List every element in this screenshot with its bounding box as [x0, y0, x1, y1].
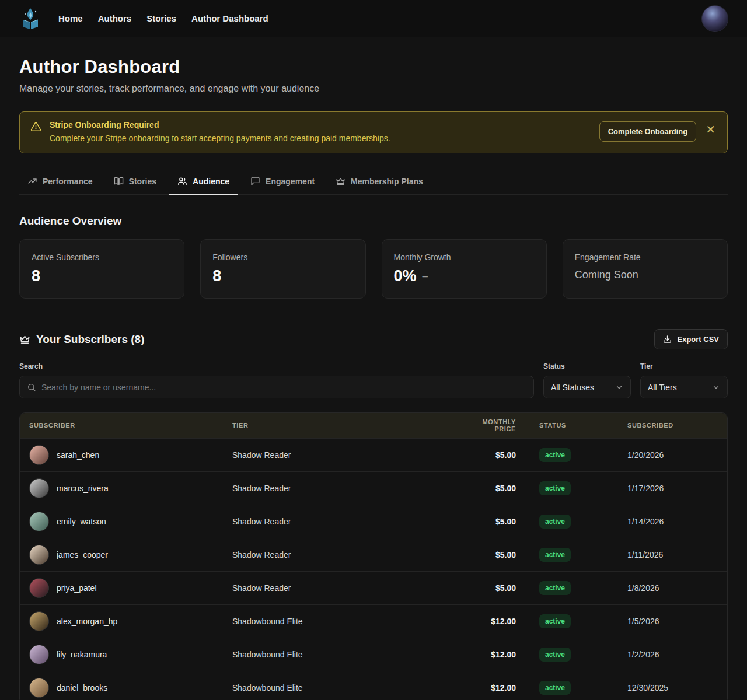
subscriber-tier: Shadow Reader: [228, 438, 456, 471]
status-select-value: All Statuses: [551, 383, 594, 392]
subscribers-header: Your Subscribers (8) Export CSV: [19, 329, 728, 349]
col-tier: TIER: [228, 413, 456, 438]
overview-cards: Active Subscribers 8 Followers 8 Monthly…: [19, 239, 728, 299]
subscribers-table: SUBSCRIBER TIER MONTHLY PRICE STATUS SUB…: [19, 412, 728, 700]
status-select[interactable]: All Statuses: [543, 376, 631, 398]
card-label: Followers: [212, 253, 353, 262]
tab-membership-plans[interactable]: Membership Plans: [327, 170, 431, 195]
growth-value: 0%: [394, 267, 417, 285]
subscriber-tier: Shadowbound Elite: [228, 638, 456, 671]
banner-title: Stripe Onboarding Required: [50, 120, 599, 130]
warning-icon: [30, 121, 41, 132]
table-row[interactable]: priya_patel Shadow Reader $5.00 active 1…: [20, 571, 728, 604]
subscriber-username: emily_watson: [57, 517, 106, 526]
subscriber-date: 1/17/2026: [606, 471, 728, 505]
subscriber-username: lily_nakamura: [57, 650, 107, 659]
nav-item-stories[interactable]: Stories: [146, 13, 176, 23]
subscriber-price: $5.00: [456, 471, 521, 505]
table-row[interactable]: sarah_chen Shadow Reader $5.00 active 1/…: [20, 438, 728, 471]
subscriber-username: sarah_chen: [57, 450, 99, 460]
subscriber-filters: Search Status All Statuses Tier All Tier…: [19, 362, 728, 398]
tier-select[interactable]: All Tiers: [640, 376, 728, 398]
dashboard-tabs: Performance Stories Audience Engagement …: [19, 170, 728, 195]
table-row[interactable]: daniel_brooks Shadowbound Elite $12.00 a…: [20, 671, 728, 700]
tab-audience[interactable]: Audience: [169, 170, 238, 195]
tab-label: Membership Plans: [351, 177, 423, 186]
avatar[interactable]: [701, 5, 728, 32]
nav-links: Home Authors Stories Author Dashboard: [58, 13, 268, 23]
status-badge: active: [539, 681, 571, 695]
card-value: Coming Soon: [575, 269, 715, 281]
subscriber-username: priya_patel: [57, 583, 97, 593]
subscriber-tier: Shadowbound Elite: [228, 604, 456, 638]
status-badge: active: [539, 581, 571, 595]
subscriber-date: 1/11/2026: [606, 538, 728, 571]
table-row[interactable]: marcus_rivera Shadow Reader $5.00 active…: [20, 471, 728, 505]
subscriber-username: james_cooper: [57, 550, 108, 559]
search-input[interactable]: [41, 383, 526, 392]
status-badge: active: [539, 514, 571, 528]
card-value: 8: [32, 267, 172, 285]
subscriber-price: $12.00: [456, 638, 521, 671]
table-row[interactable]: alex_morgan_hp Shadowbound Elite $12.00 …: [20, 604, 728, 638]
complete-onboarding-button[interactable]: Complete Onboarding: [599, 121, 697, 142]
tier-select-value: All Tiers: [648, 383, 677, 392]
card-active-subscribers: Active Subscribers 8: [19, 239, 184, 299]
table-header-row: SUBSCRIBER TIER MONTHLY PRICE STATUS SUB…: [20, 413, 728, 438]
export-csv-button[interactable]: Export CSV: [654, 329, 728, 349]
close-icon[interactable]: ✕: [706, 124, 715, 135]
subscriber-tier: Shadow Reader: [228, 538, 456, 571]
download-icon: [663, 335, 672, 344]
users-icon: [177, 176, 187, 186]
export-csv-label: Export CSV: [677, 335, 719, 344]
page-title: Author Dashboard: [19, 57, 728, 78]
book-flame-icon[interactable]: [19, 6, 42, 32]
tab-stories[interactable]: Stories: [106, 170, 165, 195]
search-icon: [27, 383, 36, 392]
subscriber-avatar: [29, 578, 49, 598]
audience-overview-heading: Audience Overview: [19, 215, 728, 228]
tab-engagement[interactable]: Engagement: [242, 170, 323, 195]
subscriber-username: marcus_rivera: [57, 484, 109, 493]
subscriber-date: 1/8/2026: [606, 571, 728, 604]
col-status: STATUS: [521, 413, 606, 438]
subscriber-tier: Shadow Reader: [228, 471, 456, 505]
tab-label: Stories: [129, 177, 156, 186]
subscriber-avatar: [29, 611, 49, 631]
status-badge: active: [539, 648, 571, 662]
card-label: Active Subscribers: [32, 253, 172, 262]
col-subscriber: SUBSCRIBER: [20, 413, 228, 438]
tab-label: Audience: [193, 177, 229, 186]
subscriber-username: daniel_brooks: [57, 683, 107, 692]
subscriber-avatar: [29, 645, 49, 664]
table-row[interactable]: lily_nakamura Shadowbound Elite $12.00 a…: [20, 638, 728, 671]
subscriber-tier: Shadowbound Elite: [228, 671, 456, 700]
status-badge: active: [539, 548, 571, 562]
subscriber-date: 1/2/2026: [606, 638, 728, 671]
card-value: 8: [212, 267, 353, 285]
nav-item-home[interactable]: Home: [58, 13, 83, 23]
nav-item-author-dashboard[interactable]: Author Dashboard: [191, 13, 268, 23]
subscriber-price: $5.00: [456, 438, 521, 471]
subscriber-price: $5.00: [456, 538, 521, 571]
status-badge: active: [539, 481, 571, 495]
subscriber-price: $12.00: [456, 671, 521, 700]
nav-item-authors[interactable]: Authors: [98, 13, 132, 23]
subscribers-title: Your Subscribers (8): [19, 333, 144, 346]
subscribers-table-body: sarah_chen Shadow Reader $5.00 active 1/…: [20, 438, 728, 700]
subscriber-avatar: [29, 445, 49, 465]
subscriber-date: 1/14/2026: [606, 505, 728, 538]
page-subtitle: Manage your stories, track performance, …: [19, 83, 728, 94]
subscriber-avatar: [29, 678, 49, 698]
status-badge: active: [539, 614, 571, 628]
card-monthly-growth: Monthly Growth 0%–: [382, 239, 547, 299]
card-engagement-rate: Engagement Rate Coming Soon: [563, 239, 728, 299]
search-label: Search: [19, 362, 534, 370]
subscriber-tier: Shadow Reader: [228, 571, 456, 604]
subscriber-date: 1/20/2026: [606, 438, 728, 471]
book-icon: [114, 176, 124, 186]
card-label: Monthly Growth: [394, 253, 535, 262]
table-row[interactable]: emily_watson Shadow Reader $5.00 active …: [20, 505, 728, 538]
tab-performance[interactable]: Performance: [19, 170, 101, 195]
table-row[interactable]: james_cooper Shadow Reader $5.00 active …: [20, 538, 728, 571]
